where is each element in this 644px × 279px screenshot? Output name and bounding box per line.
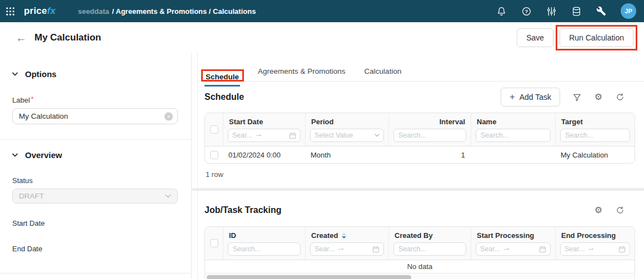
column-header-start-processing[interactable]: Start Processing [476,230,551,241]
calendar-icon [618,246,626,253]
data-manager-database-icon[interactable] [571,6,582,17]
tracking-heading: Job/Task Tracking [204,205,281,215]
svg-text:?: ? [525,8,527,14]
run-calculation-button[interactable]: Run Calculation [560,28,633,47]
filter-funnel-icon[interactable] [572,92,582,102]
period-filter-select[interactable]: Select Value [310,129,384,142]
created-by-filter-input[interactable] [393,242,466,256]
chevron-down-icon [375,134,380,137]
label-field-label: Label* [12,95,178,104]
column-header-end-processing[interactable]: End Processing [560,230,630,241]
column-header-created-by[interactable]: Created By [393,230,466,241]
chevron-down-icon[interactable] [12,72,18,76]
tab-bar: Schedule Agreements & Promotions Calcula… [198,53,644,82]
column-header-interval[interactable]: Interval [393,116,466,128]
status-value: DRAFT [19,192,44,200]
breadcrumb[interactable]: seeddata/ Agreements & Promotions / Calc… [78,7,256,16]
column-header-target[interactable]: Target [560,116,630,128]
horizontal-scrollbar-thumb[interactable] [207,275,411,279]
plus-icon: + [510,93,515,102]
notifications-bell-icon[interactable] [496,6,507,17]
overview-heading: Overview [25,150,62,160]
calendar-icon [372,246,380,253]
column-header-start-date[interactable]: Start Date [228,116,301,128]
table-settings-gear-icon[interactable]: ⚙ [593,92,603,102]
end-processing-filter-input[interactable]: Sear... ⇀ [560,242,630,256]
cell-target: My Calculation [555,151,635,159]
tracking-table-header: ID Created Sear... ⇀ [205,227,635,260]
main-content: Schedule Agreements & Promotions Calcula… [197,53,644,279]
tracking-section-header: Job/Task Tracking ⚙ [204,201,644,220]
status-select: DRAFT [12,189,178,204]
options-heading: Options [25,69,57,79]
schedule-table-header: Start Date Sear... ⇀ Period [205,113,635,146]
target-filter-input[interactable] [560,129,630,142]
tab-schedule[interactable]: Schedule [204,73,240,87]
start-processing-filter-input[interactable]: Sear... ⇀ [476,242,551,256]
horizontal-scrollbar[interactable] [205,273,635,279]
column-header-created[interactable]: Created [310,230,384,241]
column-header-id[interactable]: ID [228,230,301,241]
refresh-icon[interactable] [615,205,625,215]
end-date-label: End Date [12,245,178,253]
admin-tools-wrench-icon[interactable] [596,6,607,17]
row-checkbox[interactable] [210,151,218,159]
tab-calculation[interactable]: Calculation [363,67,403,81]
required-asterisk: * [31,95,34,103]
id-filter-input[interactable] [228,242,301,256]
overview-section-header: Overview [12,150,178,160]
add-task-button[interactable]: + Add Task [501,88,560,106]
table-row[interactable]: 01/02/2024 0:00 Month 1 My Calculation [205,146,635,163]
app-launcher-grid-icon[interactable] [6,7,15,16]
select-all-checkbox[interactable] [210,239,218,247]
user-avatar[interactable]: JP [621,3,636,19]
refresh-icon[interactable] [615,92,625,102]
calendar-icon [289,132,296,139]
calendar-icon [539,246,546,253]
options-section-header: Options [12,69,178,79]
cell-start-date: 01/02/2024 0:00 [223,151,305,159]
select-all-checkbox[interactable] [210,125,218,134]
label-input[interactable] [12,108,178,124]
schedule-table: Start Date Sear... ⇀ Period [204,113,635,164]
name-filter-input[interactable] [476,129,551,142]
top-navbar: pricefx seeddata/ Agreements & Promotion… [0,0,644,22]
column-header-period[interactable]: Period [310,116,384,128]
date-range-arrow-icon: ⇀ [256,131,261,139]
back-arrow-icon[interactable]: ← [16,32,27,43]
cell-interval: 1 [388,151,471,159]
tracking-table: ID Created Sear... ⇀ [204,226,635,279]
date-range-arrow-icon: ⇀ [503,245,509,253]
status-label: Status [12,176,178,185]
breadcrumb-partition[interactable]: seeddata [78,7,109,16]
table-settings-gear-icon[interactable]: ⚙ [593,205,603,215]
column-header-name[interactable]: Name [476,116,551,128]
no-data-message: No data [205,260,635,273]
interval-filter-input[interactable] [393,129,466,142]
sidebar-divider [0,139,191,140]
pricefx-logo: pricefx [24,6,56,17]
run-calculation-highlight-wrap: Run Calculation [556,25,637,50]
start-date-filter-input[interactable]: Sear... ⇀ [228,129,301,142]
row-count: 1 row [206,170,644,179]
date-range-arrow-icon: ⇀ [338,245,343,253]
breadcrumb-trail[interactable]: / Agreements & Promotions / Calculations [112,7,256,16]
preferences-sliders-icon[interactable] [546,6,557,17]
clear-input-icon[interactable]: × [164,112,173,120]
page-header: ← My Calculation Save Run Calculation [0,22,644,53]
section-divider [192,188,644,191]
sort-descending-icon[interactable] [342,233,346,239]
chevron-down-icon [165,194,171,198]
save-button[interactable]: Save [517,28,553,47]
left-sidebar: Options Label* × Overview Status DRAFT S… [0,53,192,279]
start-date-label: Start Date [12,219,178,227]
tab-agreements-promotions[interactable]: Agreements & Promotions [257,67,347,81]
created-filter-input[interactable]: Sear... ⇀ [310,242,384,256]
help-icon[interactable]: ? [521,6,532,17]
date-range-arrow-icon: ⇀ [588,245,593,253]
chevron-down-icon[interactable] [12,153,18,157]
sidebar-divider [0,273,191,273]
schedule-section-header: Schedule + Add Task ⚙ [204,88,644,106]
page-title: My Calculation [34,32,101,43]
cell-period: Month [305,151,388,159]
